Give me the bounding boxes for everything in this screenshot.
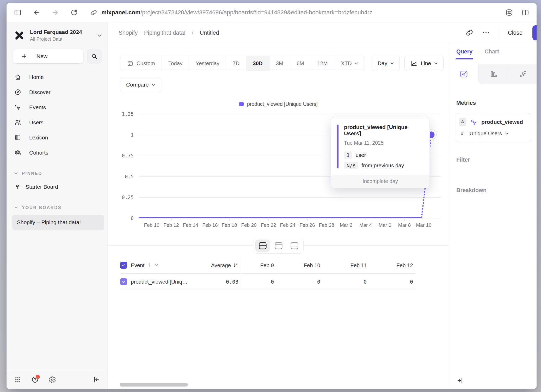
new-button[interactable]: New [13, 49, 83, 64]
sidebar-item-events[interactable]: Events [12, 101, 102, 114]
divider [499, 27, 499, 38]
link-icon [90, 9, 97, 16]
date-column-header[interactable]: Feb 9 [241, 257, 276, 274]
breadcrumb-report[interactable]: Untitled [200, 29, 219, 36]
compare-label: Compare [126, 82, 149, 88]
layout-chart-only-toggle[interactable] [271, 240, 286, 252]
layout-split-toggle[interactable] [255, 240, 270, 252]
insights-viz-tab[interactable] [449, 64, 478, 84]
event-cursor-icon [14, 104, 21, 111]
pinned-section-header[interactable]: PINNED [7, 171, 108, 176]
x-tick-label: Feb 24 [280, 222, 295, 228]
x-tick-label: Feb 18 [222, 222, 237, 228]
funnel-viz-tab[interactable] [508, 64, 537, 84]
chevron-down-icon [434, 62, 438, 65]
aggregation-dropdown[interactable]: Unique Users [470, 130, 508, 137]
bar-viz-tab[interactable] [478, 64, 508, 84]
sidebar-item-cohorts[interactable]: Cohorts [12, 146, 102, 160]
chevron-down-icon [390, 62, 394, 65]
help-button[interactable] [31, 376, 39, 383]
layout-table-only-toggle[interactable] [287, 240, 302, 252]
visualization-tabs [449, 64, 537, 84]
browser-sidebar-toggle-icon[interactable] [14, 9, 22, 16]
sidebar-item-users[interactable]: Users [12, 116, 102, 129]
save-button[interactable] [532, 25, 537, 40]
reload-icon[interactable] [70, 9, 78, 16]
search-button[interactable] [87, 49, 102, 64]
date-column-header[interactable]: Feb 10 [276, 257, 323, 274]
tooltip-delta: N/A [344, 162, 358, 169]
copy-link-icon[interactable] [466, 29, 473, 36]
your-boards-section-header[interactable]: YOUR BOARDS [7, 205, 108, 210]
range-7d[interactable]: 7D [226, 56, 246, 71]
range-3m[interactable]: 3M [269, 56, 290, 71]
close-button[interactable]: Close [508, 29, 522, 36]
sidebar-item-starter-board[interactable]: Starter Board [7, 180, 108, 194]
metric-card[interactable]: A product_viewed # Unique Users [455, 113, 531, 142]
browser-toolbar: mixpanel.com/project/3472420/view/397469… [7, 3, 537, 22]
panel-footer [449, 372, 537, 389]
range-custom[interactable]: Custom [120, 56, 162, 71]
forward-icon[interactable] [51, 9, 59, 16]
range-12m[interactable]: 12M [311, 56, 334, 71]
x-tick-label: Feb 10 [144, 222, 159, 228]
page-settings-icon[interactable] [505, 9, 513, 16]
y-tick-label: 0.25 [122, 194, 134, 200]
sidebar-item-label: Cohorts [29, 150, 48, 156]
event-column-header[interactable]: Event 1 [120, 257, 206, 274]
range-30d[interactable]: 30D [246, 56, 269, 71]
split-view-icon[interactable] [521, 9, 529, 16]
date-column-header[interactable]: Feb 12 [369, 257, 416, 274]
sidebar-item-discover[interactable]: Discover [12, 85, 102, 99]
chart-legend[interactable]: product_viewed [Unique Users] [108, 101, 449, 107]
project-switcher[interactable]: Lord Farquaad 2024 All Project Data [7, 22, 108, 45]
metric-letter-badge: A [459, 118, 466, 126]
collapse-sidebar-icon[interactable] [93, 376, 100, 383]
plus-icon [21, 53, 27, 59]
table-row-event[interactable]: product_viewed [Uniq… [120, 274, 206, 290]
chevron-down-icon [152, 84, 155, 86]
granularity-value: Day [378, 60, 387, 66]
line-chart[interactable]: 1.25 1 0.75 0.5 0.25 0 Feb 10 [139, 114, 441, 218]
sidebar-item-lexicon[interactable]: Lexicon [12, 131, 102, 144]
apps-grid-icon[interactable] [14, 376, 21, 383]
sidebar-item-label: Events [29, 104, 46, 111]
layout-toggle-group [254, 238, 304, 254]
row-value: 0 [241, 274, 276, 290]
search-icon [91, 53, 98, 60]
sidebar-item-home[interactable]: Home [12, 70, 102, 84]
x-tick-label: Mar 10 [416, 222, 431, 228]
aggregation-prefix: # [461, 131, 464, 137]
chevron-down-icon [155, 264, 158, 266]
date-column-header[interactable]: Feb 11 [323, 257, 369, 274]
address-bar[interactable]: mixpanel.com/project/3472420/view/397469… [90, 9, 372, 16]
horizontal-scrollbar-thumb[interactable] [120, 383, 188, 387]
average-column-header[interactable]: Average [206, 257, 241, 274]
granularity-dropdown[interactable]: Day [372, 56, 400, 71]
tab-query[interactable]: Query [456, 48, 472, 55]
back-icon[interactable] [33, 9, 40, 16]
select-all-checkbox[interactable] [120, 262, 127, 269]
collapse-panel-icon[interactable] [456, 377, 464, 384]
event-count: 1 [148, 262, 151, 268]
gear-icon[interactable] [49, 376, 56, 383]
more-options-icon[interactable] [482, 29, 490, 37]
range-6m[interactable]: 6M [290, 56, 310, 71]
tab-chart[interactable]: Chart [484, 48, 499, 55]
tooltip-series-bar [337, 125, 339, 168]
row-checkbox[interactable] [120, 278, 127, 285]
breadcrumb-board[interactable]: Shopify – Piping that data! [119, 29, 186, 36]
x-tick-label: Feb 28 [319, 222, 334, 228]
sidebar-item-board-shopify[interactable]: Shopify – Piping that data! [12, 215, 104, 230]
row-value: 0 [369, 274, 416, 290]
y-tick-label: 1 [131, 132, 134, 138]
chart-type-dropdown[interactable]: Line [404, 56, 444, 71]
mixpanel-logo-icon [13, 29, 25, 41]
filter-section-label: Filter [456, 157, 537, 163]
compare-dropdown[interactable]: Compare [120, 77, 161, 92]
tooltip-date: Tue Mar 11, 2025 [344, 140, 423, 146]
range-xtd[interactable]: XTD [334, 56, 365, 71]
breadcrumb-separator: / [192, 29, 193, 36]
range-today[interactable]: Today [162, 56, 189, 71]
range-yesterday[interactable]: Yesterday [189, 56, 226, 71]
